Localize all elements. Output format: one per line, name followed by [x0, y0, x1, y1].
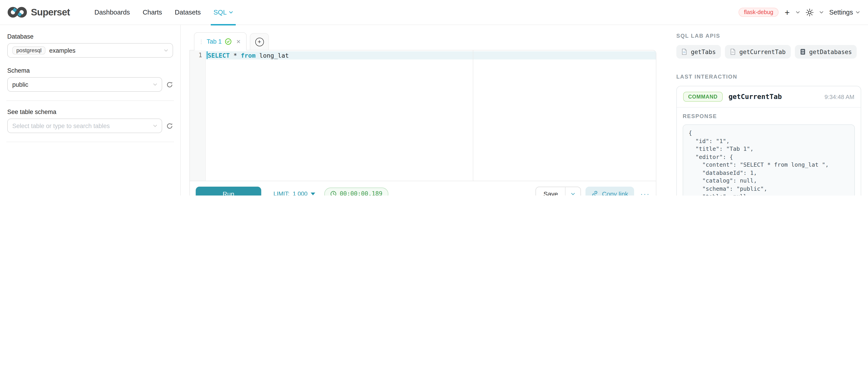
link-icon [592, 190, 598, 195]
timer-value: 00:00:00.189 [340, 190, 382, 195]
database-select[interactable]: postgresql examples [7, 43, 173, 58]
database-value: examples [49, 47, 75, 54]
response-heading: RESPONSE [683, 113, 855, 120]
schema-value: public [12, 81, 28, 88]
command-badge: COMMAND [683, 92, 723, 102]
api-buttons-row: getTabs getCurrentTab [676, 45, 861, 59]
sidebar-divider [6, 100, 174, 101]
editor-tab-title: Tab 1 [207, 38, 222, 45]
close-tab-icon[interactable]: ✕ [236, 38, 241, 45]
print-margin-ruler [473, 51, 473, 181]
caret-down-icon [311, 192, 315, 195]
table-schema-label: See table schema [7, 108, 173, 116]
chevron-down-icon [229, 11, 233, 13]
sql-editor-main: ⋮ Tab 1 ✕ + 1 [189, 25, 656, 195]
api-getcurrenttab-button[interactable]: getCurrentTab [725, 45, 791, 59]
refresh-schemas-icon[interactable] [166, 81, 173, 88]
schema-label: Schema [7, 67, 173, 74]
right-panel-gutter: › [656, 25, 670, 195]
chevron-down-icon [153, 83, 157, 86]
query-success-check-icon [225, 38, 231, 45]
main-nav: Dashboards Charts Datasets SQL [88, 0, 239, 25]
brand-name: Superset [31, 7, 70, 18]
document-icon [730, 48, 736, 55]
sql-code-editor[interactable]: 1 SELECT * from long_lat [190, 51, 656, 181]
editor-toolbar: Run LIMIT: 1 000 00:00:00.189 [190, 181, 656, 195]
superset-logo-icon [7, 6, 27, 18]
last-interaction-heading: LAST INTERACTION [676, 73, 861, 80]
chevron-down-icon [164, 49, 168, 52]
save-split-button: Save [536, 187, 581, 195]
response-json: { "id": "1", "title": "Tab 1", "editor":… [689, 129, 849, 195]
sql-lab-apis-panel: SQL LAB APIS getTabs get [670, 25, 868, 195]
save-options-caret[interactable] [565, 187, 581, 195]
api-getdatabases-button[interactable]: getDatabases [795, 45, 857, 59]
limit-dropdown[interactable]: LIMIT: 1 000 [273, 190, 315, 195]
more-actions-button[interactable]: ··· [641, 190, 650, 195]
table-select-placeholder: Select table or type to search tables [12, 122, 110, 129]
add-tab-button[interactable]: + [250, 33, 269, 51]
editor-tab[interactable]: ⋮ Tab 1 ✕ [194, 32, 247, 51]
database-sidebar: Database postgresql examples Schema publ… [0, 25, 181, 195]
response-json-box: { "id": "1", "title": "Tab 1", "editor":… [683, 124, 855, 195]
card-file-box-icon [800, 48, 806, 55]
sql-lab-page: Superset Dashboards Charts Datasets SQL … [0, 0, 868, 195]
line-number-gutter: 1 [190, 51, 206, 181]
document-icon [681, 48, 687, 55]
refresh-tables-icon[interactable] [166, 122, 173, 129]
plus-circle-icon: + [255, 38, 264, 46]
api-gettabs-button[interactable]: getTabs [676, 45, 721, 59]
environment-badge: flask-debug [739, 8, 779, 17]
superset-logo[interactable]: Superset [7, 6, 70, 18]
save-button[interactable]: Save [536, 187, 565, 195]
nav-charts[interactable]: Charts [136, 0, 168, 25]
apis-heading: SQL LAB APIS [676, 33, 861, 39]
chevron-down-icon [571, 192, 575, 195]
settings-menu[interactable]: Settings [829, 9, 860, 16]
run-button[interactable]: Run [196, 187, 261, 195]
navbar: Superset Dashboards Charts Datasets SQL … [0, 0, 868, 25]
chevron-down-icon [856, 11, 860, 13]
copy-link-button[interactable]: Copy link [586, 187, 634, 195]
command-name: getCurrentTab [728, 93, 782, 101]
schema-select[interactable]: public [7, 77, 162, 92]
nav-sql[interactable]: SQL [207, 0, 239, 25]
nav-dashboards[interactable]: Dashboards [88, 0, 136, 25]
interaction-timestamp: 9:34:48 AM [825, 93, 855, 100]
sql-code-line: SELECT * from long_lat [206, 52, 656, 60]
left-panel-gutter: ‹ [181, 25, 189, 195]
chevron-down-icon [153, 124, 157, 127]
theme-sun-icon[interactable] [806, 8, 813, 16]
sidebar-divider [6, 142, 174, 142]
drag-handle-icon[interactable]: ⋮ [198, 38, 204, 45]
sql-editor-card: 1 SELECT * from long_lat Run LIMIT: 1 00… [189, 50, 656, 195]
last-interaction-card: COMMAND getCurrentTab 9:34:48 AM RESPONS… [676, 86, 861, 195]
database-label: Database [7, 33, 173, 40]
navbar-right: flask-debug + Settings [739, 8, 860, 17]
clock-icon [330, 191, 337, 195]
chevron-down-icon[interactable] [796, 11, 800, 13]
chevron-down-icon[interactable] [819, 11, 823, 13]
nav-datasets[interactable]: Datasets [168, 0, 207, 25]
table-select[interactable]: Select table or type to search tables [7, 119, 162, 133]
new-item-button[interactable]: + [785, 8, 789, 17]
query-timer: 00:00:00.189 [324, 187, 389, 195]
interaction-header: COMMAND getCurrentTab 9:34:48 AM [677, 86, 861, 107]
database-engine-tag: postgresql [12, 46, 45, 55]
editor-tabstrip: ⋮ Tab 1 ✕ + [189, 30, 656, 50]
